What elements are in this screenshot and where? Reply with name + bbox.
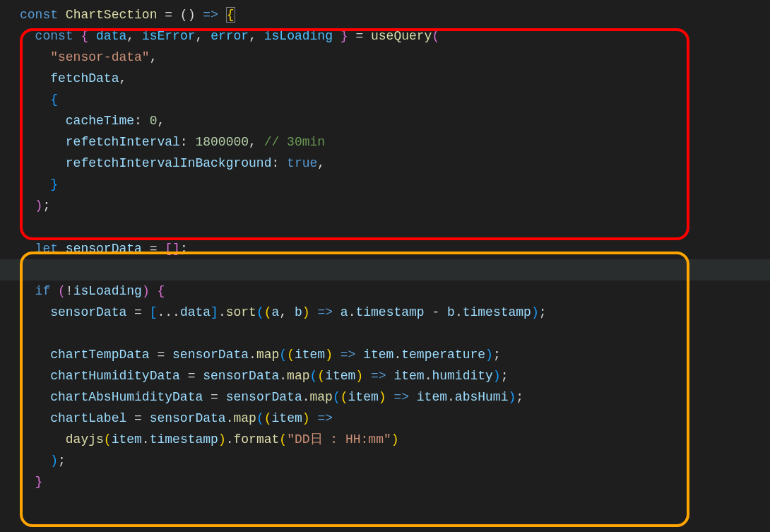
- code-line-blank: [20, 216, 770, 237]
- code-line: chartHumidityData = sensorData.map((item…: [20, 365, 770, 386]
- fn-call: useQuery: [371, 29, 432, 43]
- prop: cacheTime: [66, 114, 134, 128]
- code-line: dayjs(item.timestamp).format("DD日 : HH:m…: [20, 429, 770, 450]
- prop: refetchInterval: [66, 135, 180, 149]
- brace: }: [35, 475, 43, 489]
- code-line: "sensor-data",: [20, 47, 770, 68]
- code-line: }: [20, 471, 770, 492]
- brace-open: {: [226, 7, 235, 23]
- var: isLoading: [264, 29, 333, 43]
- code-line: );: [20, 195, 770, 216]
- string: "DD日 : HH:mm": [287, 432, 391, 447]
- keyword-let: let: [35, 242, 58, 256]
- var: isError: [142, 29, 196, 43]
- code-line: const ChartSection = () => {: [20, 4, 770, 25]
- code-line-blank: [20, 323, 770, 344]
- keyword-const: const: [20, 8, 58, 22]
- code-line: {: [20, 89, 770, 110]
- identifier: chartTempData: [50, 348, 149, 362]
- code-line: chartAbsHumidityData = sensorData.map((i…: [20, 386, 770, 408]
- fn-call: sort: [226, 305, 256, 319]
- number: 0: [150, 114, 158, 128]
- code-line: );: [20, 450, 770, 471]
- identifier: sensorData: [50, 305, 126, 319]
- code-line: let sensorData = [];: [20, 238, 770, 259]
- brace: }: [50, 177, 58, 191]
- code-editor[interactable]: const ChartSection = () => { const { dat…: [0, 0, 770, 532]
- bool: true: [287, 156, 317, 170]
- number: 1800000: [195, 135, 249, 149]
- identifier: fetchData: [50, 71, 119, 85]
- fn-call: map: [234, 411, 256, 425]
- code-line: chartTempData = sensorData.map((item) =>…: [20, 344, 770, 365]
- paren: ): [35, 199, 43, 213]
- fn-call: map: [287, 369, 309, 383]
- punct: [218, 8, 226, 22]
- keyword-const: const: [35, 29, 73, 43]
- code-line: fetchData,: [20, 68, 770, 89]
- var: data: [96, 29, 126, 43]
- brace: }: [340, 29, 348, 43]
- code-line: }: [20, 174, 770, 195]
- code-line: refetchInterval: 1800000, // 30min: [20, 131, 770, 153]
- code-line: if (!isLoading) {: [20, 280, 770, 302]
- code-line: cacheTime: 0,: [20, 110, 770, 131]
- paren: (: [432, 29, 439, 43]
- identifier: isLoading: [73, 284, 142, 298]
- punct: = (): [157, 8, 203, 22]
- fn-call: map: [256, 348, 279, 362]
- identifier: ChartSection: [66, 8, 158, 22]
- fn-call: format: [234, 432, 280, 447]
- fn-call: dayjs: [66, 432, 104, 447]
- prop: refetchIntervalInBackground: [66, 156, 272, 170]
- code-line: sensorData = [...data].sort((a, b) => a.…: [20, 302, 770, 323]
- fn-call: map: [310, 390, 333, 404]
- code-line: chartLabel = sensorData.map((item) =>: [20, 408, 770, 429]
- identifier: data: [180, 305, 211, 319]
- identifier: chartHumidityData: [50, 369, 180, 383]
- brace: {: [81, 29, 88, 43]
- code-line-blank: [0, 259, 770, 280]
- keyword-if: if: [35, 284, 51, 298]
- paren: ): [50, 454, 58, 468]
- comment: // 30min: [256, 135, 325, 149]
- identifier: chartLabel: [50, 411, 126, 425]
- brace: {: [50, 93, 58, 107]
- code-line: refetchIntervalInBackground: true,: [20, 153, 770, 174]
- arrow: =>: [203, 8, 218, 22]
- identifier: chartAbsHumidityData: [50, 390, 203, 404]
- string: "sensor-data": [50, 50, 149, 64]
- var: error: [211, 29, 249, 43]
- code-line: const { data, isError, error, isLoading …: [20, 25, 770, 47]
- identifier: sensorData: [66, 242, 142, 256]
